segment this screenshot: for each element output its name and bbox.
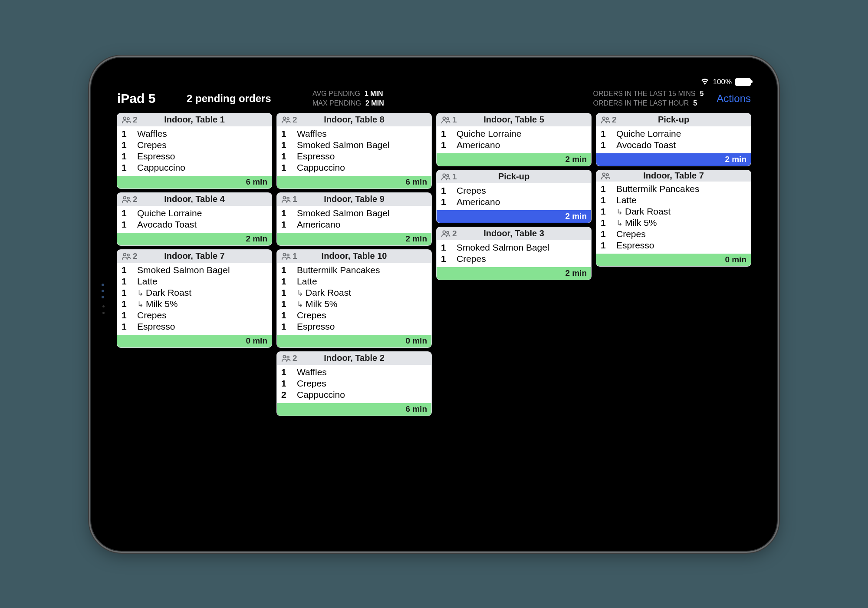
order-card-header: 2Indoor, Table 1 bbox=[117, 113, 272, 126]
guests-number: 2 bbox=[612, 115, 617, 125]
item-name: Crepes bbox=[137, 140, 167, 150]
pending-orders-count: 2 pending orders bbox=[187, 93, 299, 105]
ipad-side-indicator bbox=[102, 284, 104, 298]
svg-point-16 bbox=[443, 174, 445, 176]
order-card[interactable]: 2Pick-up1Quiche Lorraine1Avocado Toast2 … bbox=[596, 113, 751, 166]
item-name: Waffles bbox=[297, 367, 327, 377]
order-item: 1Espresso bbox=[122, 321, 267, 332]
item-qty: 1 bbox=[281, 367, 291, 377]
order-item: 1Crepes bbox=[122, 139, 267, 151]
item-qty: 1 bbox=[122, 140, 131, 150]
item-name: Cappuccino bbox=[297, 390, 345, 400]
order-card[interactable]: 1Indoor, Table 51Quiche Lorraine1America… bbox=[437, 113, 591, 166]
max-pending-value: 2 MIN bbox=[365, 99, 384, 107]
item-name: Latte bbox=[297, 276, 317, 287]
svg-point-14 bbox=[443, 117, 445, 119]
svg-point-21 bbox=[606, 117, 608, 119]
battery-percent: 100% bbox=[713, 78, 732, 86]
item-name: Americano bbox=[457, 197, 500, 207]
order-card-header: 1Indoor, Table 10 bbox=[277, 250, 431, 263]
order-card[interactable]: 2Indoor, Table 31Smoked Salmon Bagel1Cre… bbox=[437, 227, 591, 280]
item-qty: 1 bbox=[281, 310, 291, 321]
order-card-header: 1Indoor, Table 5 bbox=[437, 113, 591, 126]
item-name: Americano bbox=[297, 219, 340, 230]
order-items: 1Waffles1Crepes1Espresso1Cappuccino bbox=[117, 126, 272, 176]
svg-point-3 bbox=[127, 197, 129, 199]
order-item: 1Espresso bbox=[122, 151, 267, 162]
order-item: 1Avocado Toast bbox=[601, 139, 746, 151]
item-qty: 1 bbox=[281, 276, 291, 287]
item-qty: 1 bbox=[122, 219, 131, 230]
item-qty: 1 bbox=[122, 151, 131, 162]
orders-column: 2Pick-up1Quiche Lorraine1Avocado Toast2 … bbox=[596, 113, 751, 266]
orders-1h-label: ORDERS IN THE LAST HOUR bbox=[593, 99, 689, 107]
actions-button[interactable]: Actions bbox=[717, 93, 751, 105]
guests-count: 2 bbox=[281, 354, 300, 363]
svg-point-22 bbox=[602, 173, 605, 175]
order-age: 2 min bbox=[437, 267, 591, 280]
orders-15min-label: ORDERS IN THE LAST 15 MINS bbox=[593, 90, 695, 98]
item-qty: 2 bbox=[281, 390, 291, 400]
order-item: 1Avocado Toast bbox=[122, 219, 267, 230]
item-name: Cappuccino bbox=[137, 162, 185, 173]
item-name: Dark Roast bbox=[137, 287, 191, 298]
order-item: 1Crepes bbox=[281, 378, 427, 389]
avg-pending-label: AVG PENDING bbox=[312, 90, 360, 98]
svg-point-10 bbox=[283, 253, 286, 256]
guests-count: 2 bbox=[601, 115, 620, 125]
item-name: Crepes bbox=[137, 310, 167, 321]
order-card-header: 1Pick-up bbox=[437, 170, 591, 183]
item-name: Crepes bbox=[297, 310, 326, 321]
item-name: Crepes bbox=[616, 229, 646, 239]
order-card[interactable]: 2Indoor, Table 71Smoked Salmon Bagel1Lat… bbox=[117, 250, 272, 347]
order-items: 1Buttermilk Pancakes1Latte1Dark Roast1Mi… bbox=[596, 182, 751, 254]
item-name: Dark Roast bbox=[297, 287, 351, 298]
order-card[interactable]: 2Indoor, Table 41Quiche Lorraine1Avocado… bbox=[117, 193, 272, 245]
order-item: 1Crepes bbox=[601, 228, 746, 240]
order-item: 1Espresso bbox=[281, 321, 427, 332]
item-qty: 1 bbox=[281, 299, 291, 309]
order-card-header: 2Indoor, Table 7 bbox=[117, 250, 272, 263]
status-bar: 100% bbox=[108, 74, 760, 88]
item-qty: 1 bbox=[122, 208, 131, 218]
order-card[interactable]: 1Pick-up1Crepes1Americano2 min bbox=[437, 170, 591, 223]
item-name: Milk 5% bbox=[616, 218, 657, 228]
item-qty: 1 bbox=[281, 287, 291, 298]
item-qty: 1 bbox=[122, 129, 131, 139]
order-age: 6 min bbox=[277, 176, 431, 188]
guests-count: 2 bbox=[122, 195, 141, 204]
order-item: 1Americano bbox=[441, 196, 587, 208]
order-card[interactable]: 2Indoor, Table 21Waffles1Crepes2Cappucci… bbox=[277, 352, 431, 416]
svg-point-12 bbox=[283, 355, 286, 358]
order-item: 2Cappuccino bbox=[281, 389, 427, 400]
item-qty: 1 bbox=[122, 321, 131, 332]
item-qty: 1 bbox=[441, 185, 450, 196]
order-item: 1Quiche Lorraine bbox=[122, 208, 267, 219]
order-items: 1Quiche Lorraine1Americano bbox=[437, 126, 591, 153]
order-card[interactable]: Indoor, Table 71Buttermilk Pancakes1Latt… bbox=[596, 170, 751, 266]
order-item: 1Quiche Lorraine bbox=[441, 128, 587, 139]
order-card-header: 2Indoor, Table 2 bbox=[277, 352, 431, 365]
order-item: 1Cappuccino bbox=[281, 162, 427, 173]
item-qty: 1 bbox=[601, 195, 610, 205]
order-item: 1Waffles bbox=[281, 128, 427, 139]
order-item: 1Buttermilk Pancakes bbox=[601, 183, 746, 195]
svg-point-15 bbox=[447, 117, 449, 119]
order-item: 1Latte bbox=[601, 195, 746, 206]
order-item: 1Crepes bbox=[281, 310, 427, 321]
order-card[interactable]: 1Indoor, Table 101Buttermilk Pancakes1La… bbox=[277, 250, 431, 347]
svg-point-5 bbox=[127, 254, 129, 256]
guests-count: 1 bbox=[441, 115, 460, 125]
svg-point-1 bbox=[127, 117, 129, 119]
order-age: 2 min bbox=[596, 153, 751, 166]
order-items: 1Crepes1Americano bbox=[437, 183, 591, 210]
svg-point-13 bbox=[287, 356, 289, 358]
guests-number: 2 bbox=[293, 354, 297, 363]
item-name: Quiche Lorraine bbox=[137, 208, 202, 218]
item-qty: 1 bbox=[281, 265, 291, 275]
order-card[interactable]: 2Indoor, Table 81Waffles1Smoked Salmon B… bbox=[277, 113, 431, 188]
guests-number: 1 bbox=[452, 115, 457, 125]
order-card[interactable]: 2Indoor, Table 11Waffles1Crepes1Espresso… bbox=[117, 113, 272, 188]
order-items: 1Smoked Salmon Bagel1Crepes bbox=[437, 240, 591, 267]
order-card[interactable]: 1Indoor, Table 91Smoked Salmon Bagel1Ame… bbox=[277, 193, 431, 245]
